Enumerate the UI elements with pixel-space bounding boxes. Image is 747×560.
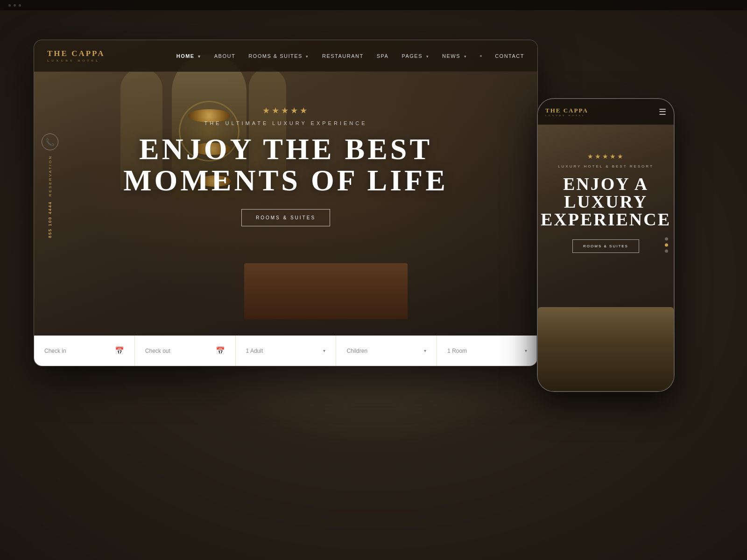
- hero-title-line2: MOMENTS OF LIFE: [123, 165, 448, 196]
- rooms-field[interactable]: 1 Room ▾: [437, 336, 537, 366]
- hero-title-line1: ENJOY THE BEST: [123, 133, 448, 165]
- checkin-label: Check in: [44, 348, 66, 354]
- mobile-logo-area[interactable]: THE CAPPA LUXURY HOTEL: [545, 107, 659, 117]
- nav-dot: [480, 55, 482, 57]
- desktop-mockup: THE CAPPA LUXURY HOTEL HOME ▾ ABOUT ROOM…: [34, 40, 538, 366]
- checkin-field[interactable]: Check in 📅: [34, 336, 135, 366]
- mobile-slide-dots: [665, 238, 668, 253]
- mobile-title-line1: ENJOY A: [541, 175, 671, 193]
- star-rating: ★★★★★: [262, 105, 309, 116]
- mobile-title-line3: EXPERIENCE: [541, 210, 671, 228]
- desktop-cta-button[interactable]: ROOMS & SUITES: [241, 209, 330, 226]
- checkin-calendar-icon: 📅: [115, 346, 124, 355]
- slide-dot-3[interactable]: [665, 250, 668, 253]
- mobile-tagline: LUXURY HOTEL & BEST RESORT: [558, 164, 654, 168]
- top-bar: [0, 0, 747, 10]
- checkout-label: Check out: [145, 348, 170, 354]
- mobile-title-line2: LUXURY: [541, 193, 671, 210]
- adults-label: 1 Adult: [246, 348, 263, 354]
- sidebar-reservation: 📞 RESERVATION 855 100 4444: [42, 133, 58, 238]
- desktop-navbar: THE CAPPA LUXURY HOTEL HOME ▾ ABOUT ROOM…: [34, 40, 537, 72]
- mobile-title: ENJOY A LUXURY EXPERIENCE: [541, 175, 671, 228]
- hero-title: ENJOY THE BEST MOMENTS OF LIFE: [123, 133, 448, 196]
- phone-svg-icon: 📞: [45, 138, 55, 147]
- top-bar-dot: [19, 4, 21, 7]
- mobile-bed-bg: [538, 307, 674, 391]
- checkout-field[interactable]: Check out 📅: [135, 336, 236, 366]
- nav-links: HOME ▾ ABOUT ROOMS & SUITES ▾ RESTAURANT…: [176, 53, 524, 59]
- rooms-dropdown-icon: ▾: [525, 348, 527, 353]
- logo-area[interactable]: THE CAPPA LUXURY HOTEL: [47, 49, 105, 63]
- mobile-star-rating: ★★★★★: [587, 153, 625, 161]
- decor-cabinet: [244, 263, 408, 319]
- mobile-navbar: THE CAPPA LUXURY HOTEL ☰: [538, 99, 674, 125]
- top-bar-dot: [14, 4, 16, 7]
- phone-icon[interactable]: 📞: [42, 133, 58, 150]
- logo-name: THE CAPPA: [47, 49, 105, 58]
- hero-tagline: THE ULTIMATE LUXURY EXPERIENCE: [204, 120, 367, 126]
- phone-number: 855 100 4444: [48, 201, 52, 238]
- logo-sub: LUXURY HOTEL: [47, 59, 105, 63]
- nav-spa[interactable]: SPA: [377, 53, 389, 59]
- slide-dot-2[interactable]: [665, 244, 668, 247]
- top-bar-dot: [8, 4, 11, 7]
- nav-rooms[interactable]: ROOMS & SUITES ▾: [248, 53, 309, 59]
- hero-content: ★★★★★ THE ULTIMATE LUXURY EXPERIENCE ENJ…: [34, 105, 537, 226]
- mobile-bed-area: [538, 298, 674, 391]
- nav-restaurant[interactable]: RESTAURANT: [322, 53, 364, 59]
- hamburger-menu-icon[interactable]: ☰: [659, 107, 666, 117]
- children-dropdown-icon: ▾: [424, 348, 426, 353]
- mobile-cta-button[interactable]: ROOMS & SUITES: [572, 239, 639, 253]
- adults-field[interactable]: 1 Adult ▾: [236, 336, 337, 366]
- mobile-mockup: THE CAPPA LUXURY HOTEL ☰ ★★★★★ LUXURY HO…: [537, 98, 675, 392]
- adults-dropdown-icon: ▾: [323, 348, 325, 353]
- children-field[interactable]: Children ▾: [336, 336, 437, 366]
- nav-news[interactable]: NEWS ▾: [442, 53, 467, 59]
- nav-pages[interactable]: PAGES ▾: [402, 53, 429, 59]
- rooms-label: 1 Room: [447, 348, 467, 354]
- booking-bar: Check in 📅 Check out 📅 1 Adult ▾ Childre…: [34, 336, 537, 366]
- reservation-label: RESERVATION: [48, 155, 52, 196]
- mobile-logo-name: THE CAPPA: [545, 107, 659, 114]
- slide-dot-1[interactable]: [665, 238, 668, 241]
- mobile-logo-sub: LUXURY HOTEL: [545, 114, 659, 117]
- checkout-calendar-icon: 📅: [216, 346, 225, 355]
- nav-about[interactable]: ABOUT: [214, 53, 235, 59]
- nav-contact[interactable]: CONTACT: [495, 53, 524, 59]
- children-label: Children: [346, 348, 367, 354]
- nav-home[interactable]: HOME ▾: [176, 53, 201, 59]
